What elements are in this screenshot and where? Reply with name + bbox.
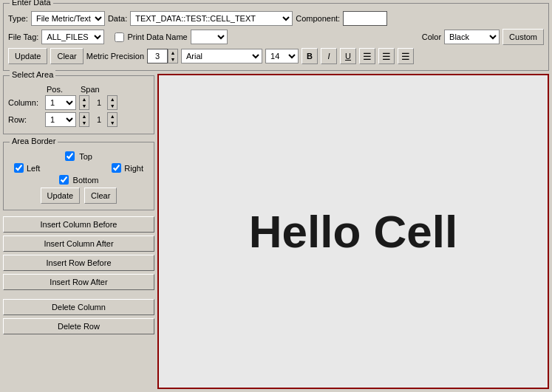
left-checkbox[interactable] <box>14 163 24 173</box>
row-pos-select[interactable]: 123 <box>45 112 76 127</box>
column-label: Column: <box>8 98 42 107</box>
delete-row-button[interactable]: Delete Row <box>3 318 154 334</box>
print-data-name-label: Print Data Name <box>127 32 187 41</box>
border-update-button[interactable]: Update <box>41 188 80 204</box>
align-right-button[interactable]: ☰ <box>398 48 414 64</box>
col-pos-spinner: ▲ ▼ <box>79 95 89 110</box>
data-name-dropdown[interactable] <box>191 30 228 44</box>
top-label: Top <box>79 152 92 161</box>
enter-data-group: Enter Data Type: File Metric/Text Dal Da… <box>3 3 549 71</box>
fontsize-select[interactable]: 81012 141618 <box>265 49 299 63</box>
span-header: Span <box>81 85 109 94</box>
type-label: Type: <box>8 14 28 23</box>
col-pos-up[interactable]: ▲ <box>80 96 89 103</box>
row-pos-down[interactable]: ▼ <box>80 120 89 126</box>
bottom-checkbox[interactable] <box>59 175 69 185</box>
row-pos-spinner: ▲ ▼ <box>79 112 89 127</box>
delete-column-button[interactable]: Delete Column <box>3 299 154 315</box>
enter-data-title: Enter Data <box>10 0 53 7</box>
metric-spinner: ▲ ▼ <box>168 49 178 63</box>
preview-panel: Hello Cell <box>157 74 549 389</box>
left-label: Left <box>27 164 40 173</box>
print-data-name-checkbox[interactable] <box>115 32 124 42</box>
data-select[interactable]: TEXT_DATA::TEST::CELL_TEXT <box>130 11 293 26</box>
right-checkbox[interactable] <box>112 163 121 173</box>
insert-row-after-button[interactable]: Insert Row After <box>3 274 154 290</box>
col-span-spinner: ▲ ▼ <box>107 95 117 110</box>
italic-button[interactable]: I <box>321 48 337 64</box>
row-row: Row: 123 ▲ ▼ 1 ▲ ▼ <box>8 112 149 127</box>
row-span-up[interactable]: ▲ <box>108 113 117 120</box>
component-input[interactable] <box>343 11 387 26</box>
metric-up[interactable]: ▲ <box>168 49 177 56</box>
row-label: Row: <box>8 115 42 124</box>
underline-button[interactable]: U <box>340 48 356 64</box>
col-span-down[interactable]: ▼ <box>108 103 117 109</box>
metric-spinbox: ▲ ▼ <box>147 49 178 63</box>
insert-col-after-button[interactable]: Insert Column After <box>3 235 154 252</box>
filetag-select[interactable]: ALL_FILES <box>41 30 104 44</box>
col-span-value: 1 <box>97 98 101 107</box>
col-pos-down[interactable]: ▼ <box>80 103 89 109</box>
col-span-up[interactable]: ▲ <box>108 96 117 103</box>
color-select[interactable]: Black White Red <box>444 30 500 44</box>
metric-value[interactable] <box>147 49 168 63</box>
type-select[interactable]: File Metric/Text Dal <box>31 11 105 26</box>
align-center-button[interactable]: ☰ <box>378 48 395 64</box>
component-label: Component: <box>296 14 340 23</box>
update-button[interactable]: Update <box>8 48 47 64</box>
data-label: Data: <box>108 14 127 23</box>
clear-button-top[interactable]: Clear <box>50 48 83 64</box>
select-area-group: Select Area Pos. Span Column: 123 <box>3 75 154 134</box>
area-border-title: Area Border <box>10 137 58 145</box>
insert-row-before-button[interactable]: Insert Row Before <box>3 255 154 271</box>
right-label: Right <box>124 164 143 173</box>
row-span-down[interactable]: ▼ <box>108 120 117 126</box>
pos-header: Pos. <box>47 85 75 94</box>
preview-text: Hello Cell <box>249 205 458 258</box>
insert-col-before-button[interactable]: Insert Column Before <box>3 216 154 233</box>
row-pos-up[interactable]: ▲ <box>80 113 89 120</box>
metric-label: Metric Precision <box>86 52 144 61</box>
select-area-title: Select Area <box>10 70 55 79</box>
top-checkbox[interactable] <box>65 151 75 161</box>
font-select[interactable]: Arial Times New Roman <box>181 49 262 63</box>
action-buttons: Insert Column Before Insert Column After… <box>3 216 154 336</box>
column-row: Column: 123 ▲ ▼ 1 ▲ ▼ <box>8 95 149 110</box>
row-span-value: 1 <box>97 115 101 124</box>
align-left-button[interactable]: ☰ <box>359 48 375 64</box>
bold-button[interactable]: B <box>301 48 318 64</box>
color-label: Color <box>422 32 441 41</box>
custom-button[interactable]: Custom <box>502 29 544 45</box>
row-span-spinner: ▲ ▼ <box>107 112 117 127</box>
col-pos-select[interactable]: 123 <box>45 95 76 110</box>
filetag-label: File Tag: <box>8 32 38 41</box>
area-border-group: Area Border Top Left <box>3 142 154 210</box>
metric-down[interactable]: ▼ <box>168 56 177 63</box>
bottom-label: Bottom <box>73 176 99 185</box>
border-clear-button[interactable]: Clear <box>84 188 117 204</box>
